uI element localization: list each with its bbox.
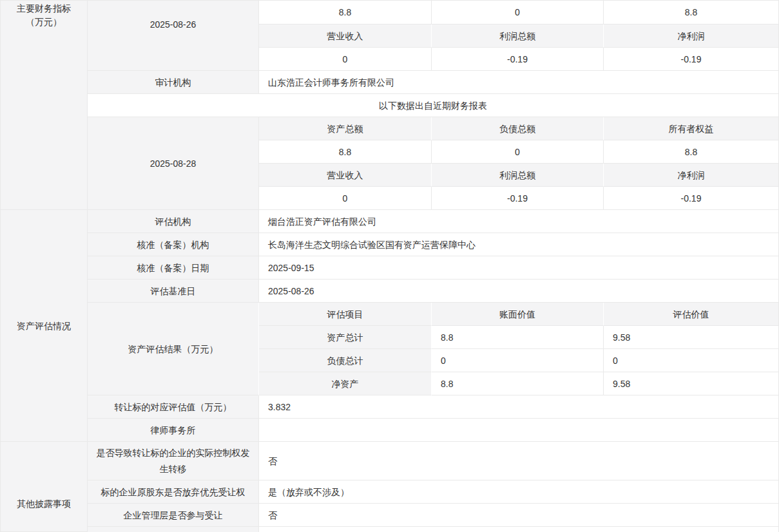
metric-header: 所有者权益 xyxy=(604,117,779,140)
report-date-cell-2: 2025-08-28 xyxy=(88,117,259,210)
row-label: 企业管理层是否参与受让 xyxy=(88,504,259,527)
result-header: 账面价值 xyxy=(432,303,604,326)
row-value: 2025-09-15 xyxy=(259,256,779,280)
disclosure-table: 主要财务指标 （万元） 2025-08-26 8.8 0 8.8 营业收入 利润… xyxy=(0,0,779,532)
cutoff-row-label-cell xyxy=(88,527,259,532)
result-item-label: 资产总计 xyxy=(259,326,432,349)
metric-value: 0 xyxy=(432,140,604,164)
row-value: 2025-08-26 xyxy=(259,280,779,303)
result-item-label: 净资产 xyxy=(259,372,432,395)
metric-value: 8.8 xyxy=(259,1,432,24)
metric-header: 净利润 xyxy=(604,164,779,187)
evaluation-result-label: 资产评估结果（万元） xyxy=(88,303,259,395)
metric-value: -0.19 xyxy=(432,48,604,71)
transfer-eval-value: 3.832 xyxy=(259,395,779,419)
metric-header: 利润总额 xyxy=(432,164,604,187)
metric-value: 8.8 xyxy=(604,140,779,164)
metric-value: -0.19 xyxy=(604,48,779,71)
metric-value: 0 xyxy=(432,1,604,24)
result-eval-value: 0 xyxy=(604,349,779,372)
audit-agency-label: 审计机构 xyxy=(88,71,259,94)
result-eval-value: 9.58 xyxy=(604,326,779,349)
row-value: 否 xyxy=(259,442,779,480)
law-firm-value xyxy=(259,419,779,442)
metric-value: 8.8 xyxy=(259,140,432,164)
result-book-value: 8.8 xyxy=(432,372,604,395)
metric-value: -0.19 xyxy=(604,187,779,210)
disclosure-page: 主要财务指标 （万元） 2025-08-26 8.8 0 8.8 营业收入 利润… xyxy=(0,0,779,532)
row-label: 评估基准日 xyxy=(88,280,259,303)
section-label-financial-line2: （万元） xyxy=(26,15,62,29)
transfer-eval-label: 转让标的对应评估值（万元） xyxy=(88,395,259,419)
audit-agency-value: 山东浩正会计师事务所有限公司 xyxy=(259,71,779,94)
result-item-label: 负债总计 xyxy=(259,349,432,372)
result-book-value: 0 xyxy=(432,349,604,372)
result-eval-value: 9.58 xyxy=(604,372,779,395)
metric-value: -0.19 xyxy=(432,187,604,210)
recent-statement-note: 以下数据出自近期财务报表 xyxy=(88,94,779,117)
row-label: 是否导致转让标的企业的实际控制权发生转移 xyxy=(88,442,259,480)
row-value: 是（放弃或不涉及） xyxy=(259,480,779,504)
metric-header: 资产总额 xyxy=(259,117,432,140)
result-header: 评估价值 xyxy=(604,303,779,326)
metric-header: 营业收入 xyxy=(259,164,432,187)
row-value: 否 xyxy=(259,504,779,527)
metric-header: 利润总额 xyxy=(432,24,604,48)
metric-value: 8.8 xyxy=(604,1,779,24)
metric-header: 营业收入 xyxy=(259,24,432,48)
row-label: 标的企业原股东是否放弃优先受让权 xyxy=(88,480,259,504)
metric-value: 0 xyxy=(259,48,432,71)
row-value: 长岛海洋生态文明综合试验区国有资产运营保障中心 xyxy=(259,233,779,256)
row-label: 核准（备案）机构 xyxy=(88,233,259,256)
row-label: 核准（备案）日期 xyxy=(88,256,259,280)
report-date-cell-1: 2025-08-26 xyxy=(88,1,259,71)
row-label: 评估机构 xyxy=(88,210,259,233)
result-header: 评估项目 xyxy=(259,303,432,326)
law-firm-label: 律师事务所 xyxy=(88,419,259,442)
section-label-evaluation: 资产评估情况 xyxy=(1,210,88,442)
metric-header: 净利润 xyxy=(604,24,779,48)
section-label-other: 其他披露事项 xyxy=(1,442,88,532)
section-label-financial-line1: 主要财务指标 xyxy=(17,2,71,15)
row-value: 烟台浩正资产评估有限公司 xyxy=(259,210,779,233)
metric-header: 负债总额 xyxy=(432,117,604,140)
metric-value: 0 xyxy=(259,187,432,210)
section-label-financial: 主要财务指标 （万元） xyxy=(1,1,88,210)
cutoff-row-value-cell xyxy=(259,527,779,532)
result-book-value: 8.8 xyxy=(432,326,604,349)
